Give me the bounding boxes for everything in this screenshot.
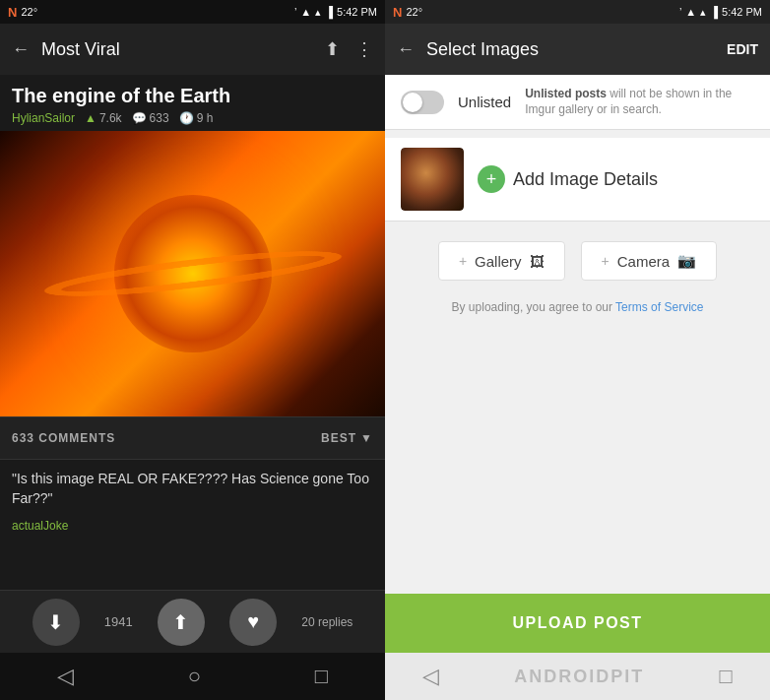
more-button[interactable]: ⋮ bbox=[355, 38, 373, 60]
post-meta: HylianSailor ▲ 7.6k 💬 633 🕐 9 h bbox=[12, 111, 373, 125]
vote-bar: ⬇ 1941 ⬆ ♥ 20 replies bbox=[0, 590, 385, 653]
right-page-title: Select Images bbox=[426, 39, 715, 60]
upvote-count: ▲ 7.6k bbox=[85, 111, 122, 125]
right-content: Unlisted Unlisted posts will not be show… bbox=[385, 75, 770, 700]
sort-best-button[interactable]: BEST ▼ bbox=[321, 431, 373, 445]
vote-count: 1941 bbox=[104, 614, 133, 629]
comments-count: 633 COMMENTS bbox=[12, 431, 115, 445]
right-wifi-icon: ▴ bbox=[700, 6, 706, 19]
left-app-icon: N bbox=[8, 5, 17, 20]
right-app-icon: N bbox=[393, 5, 402, 20]
camera-icon: 📷 bbox=[677, 252, 696, 270]
camera-button[interactable]: + Camera 📷 bbox=[581, 241, 718, 281]
heart-button[interactable]: ♥ bbox=[229, 599, 277, 646]
left-recents-button[interactable]: □ bbox=[315, 664, 328, 689]
clock-icon: 🕐 bbox=[179, 111, 194, 125]
add-image-details-button[interactable]: + bbox=[478, 165, 505, 193]
left-panel: N 22° ’ ▲ ▴ ▐ 5:42 PM ← Most Viral ⬆ ⋮ T… bbox=[0, 0, 385, 700]
upvote-button[interactable]: ⬆ bbox=[158, 599, 205, 646]
status-bar-right: ’ ▲ ▴ ▐ 5:42 PM bbox=[294, 6, 377, 19]
image-thumbnail bbox=[401, 148, 464, 211]
toggle-knob bbox=[403, 93, 422, 112]
right-recents-button[interactable]: □ bbox=[720, 664, 733, 689]
right-status-bar-right: ’ ▲ ▴ ▐ 5:42 PM bbox=[679, 6, 762, 19]
upload-options: + Gallery 🖼 + Camera 📷 bbox=[385, 222, 770, 290]
right-bluetooth-icon: ’ bbox=[679, 6, 681, 18]
post-content: The engine of the Earth HylianSailor ▲ 7… bbox=[0, 75, 385, 653]
post-title: The engine of the Earth bbox=[12, 85, 373, 107]
left-back-nav-button[interactable]: ◁ bbox=[57, 664, 74, 689]
right-status-bar-left: N 22° bbox=[393, 5, 422, 20]
left-time: 5:42 PM bbox=[337, 6, 377, 18]
unlisted-label: Unlisted bbox=[458, 94, 511, 110]
unlisted-toggle[interactable] bbox=[401, 91, 444, 114]
time-ago: 🕐 9 h bbox=[179, 111, 214, 125]
replies-count: 20 replies bbox=[301, 615, 353, 629]
signal-icon: ▲ bbox=[300, 6, 311, 18]
sort-chevron-icon: ▼ bbox=[360, 431, 373, 445]
edit-button[interactable]: EDIT bbox=[727, 41, 758, 57]
comment-count: 💬 633 bbox=[132, 111, 169, 125]
left-back-button[interactable]: ← bbox=[12, 39, 30, 60]
right-battery-icon: ▐ bbox=[710, 6, 718, 18]
tos-prefix: By uploading, you agree to our bbox=[452, 300, 616, 314]
right-signal-icon: ▲ bbox=[685, 6, 696, 18]
androidpit-watermark: ANDROIDPIT bbox=[514, 667, 644, 687]
comments-bar: 633 COMMENTS BEST ▼ bbox=[0, 416, 385, 460]
thumbnail-preview bbox=[401, 148, 464, 211]
bluetooth-icon: ’ bbox=[294, 6, 296, 18]
status-bar-left: N 22° bbox=[8, 5, 37, 20]
gallery-icon: 🖼 bbox=[530, 253, 545, 270]
add-details-area: + Add Image Details bbox=[478, 165, 658, 193]
right-time: 5:42 PM bbox=[722, 6, 762, 18]
wifi-icon: ▴ bbox=[315, 6, 321, 19]
gallery-label: Gallery bbox=[475, 253, 522, 270]
tos-text: By uploading, you agree to our Terms of … bbox=[385, 290, 770, 324]
comment-text: "Is this image REAL OR FAKE???? Has Scie… bbox=[12, 470, 373, 508]
battery-icon: ▐ bbox=[325, 6, 333, 18]
left-page-title: Most Viral bbox=[41, 39, 313, 60]
post-image bbox=[0, 131, 385, 416]
add-image-details-label[interactable]: Add Image Details bbox=[513, 169, 658, 190]
right-toolbar: ← Select Images EDIT bbox=[385, 24, 770, 75]
camera-label: Camera bbox=[617, 253, 670, 270]
left-degree: 22° bbox=[21, 6, 37, 18]
downvote-button[interactable]: ⬇ bbox=[32, 599, 80, 646]
right-panel: N 22° ’ ▲ ▴ ▐ 5:42 PM ← Select Images ED… bbox=[385, 0, 770, 700]
right-degree: 22° bbox=[406, 6, 422, 18]
watermark-bar: ◁ ANDROIDPIT □ bbox=[385, 653, 770, 700]
left-status-bar: N 22° ’ ▲ ▴ ▐ 5:42 PM bbox=[0, 0, 385, 24]
spacer bbox=[385, 324, 770, 594]
left-nav-bar: ◁ ○ □ bbox=[0, 653, 385, 700]
gallery-plus-icon: + bbox=[459, 253, 467, 269]
terms-of-service-link[interactable]: Terms of Service bbox=[615, 300, 703, 314]
unlisted-description: Unlisted posts will not be shown in the … bbox=[525, 87, 754, 117]
left-toolbar: ← Most Viral ⬆ ⋮ bbox=[0, 24, 385, 75]
upvote-icon: ▲ bbox=[85, 111, 96, 125]
right-status-bar: N 22° ’ ▲ ▴ ▐ 5:42 PM bbox=[385, 0, 770, 24]
left-home-button[interactable]: ○ bbox=[188, 664, 201, 689]
right-back-button[interactable]: ← bbox=[397, 39, 415, 60]
upload-post-label: UPLOAD POST bbox=[512, 614, 642, 632]
post-author[interactable]: HylianSailor bbox=[12, 111, 75, 125]
image-row: + Add Image Details bbox=[385, 138, 770, 222]
upload-post-button[interactable]: UPLOAD POST bbox=[385, 594, 770, 653]
gallery-button[interactable]: + Gallery 🖼 bbox=[438, 241, 565, 281]
comment-icon: 💬 bbox=[132, 111, 147, 125]
comment-section: "Is this image REAL OR FAKE???? Has Scie… bbox=[0, 460, 385, 590]
toolbar-icons: ⬆ ⋮ bbox=[325, 38, 373, 60]
post-header: The engine of the Earth HylianSailor ▲ 7… bbox=[0, 75, 385, 131]
share-button[interactable]: ⬆ bbox=[325, 38, 340, 60]
camera-plus-icon: + bbox=[602, 253, 610, 269]
right-back-nav-button[interactable]: ◁ bbox=[422, 664, 439, 689]
unlisted-row: Unlisted Unlisted posts will not be show… bbox=[385, 75, 770, 130]
comment-author[interactable]: actualJoke bbox=[12, 519, 68, 533]
